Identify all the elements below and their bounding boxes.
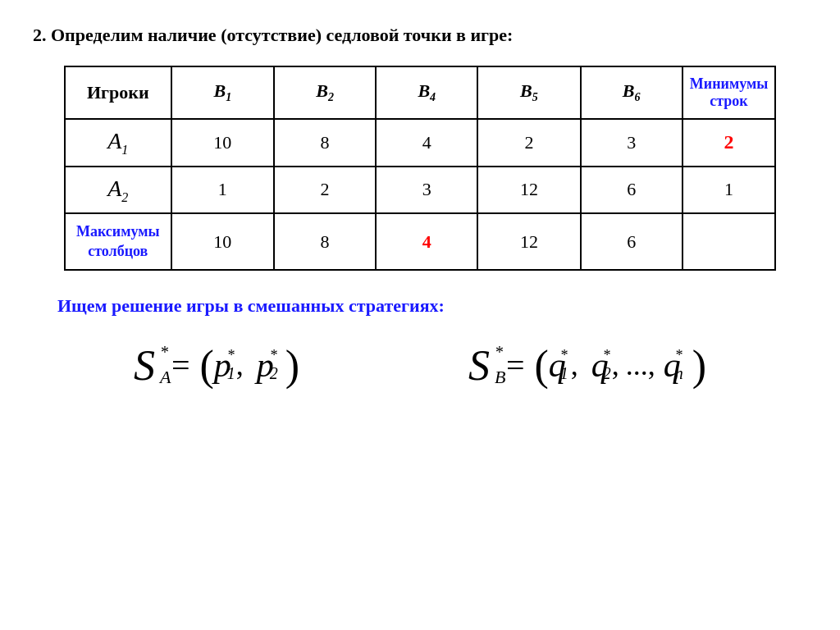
row-label-a2: A2 xyxy=(65,167,171,214)
cell-a1-min: 2 xyxy=(682,119,775,167)
col-header-b5: B5 xyxy=(477,66,580,119)
col-header-b4: B4 xyxy=(376,66,477,119)
cell-a2-min: 1 xyxy=(682,167,775,214)
row-label-a1: A1 xyxy=(65,119,171,167)
table-header-row: Игроки B1 B2 B4 B5 B6 Минимумы стро xyxy=(65,66,775,119)
col-header-b2: B2 xyxy=(274,66,376,119)
players-header: Игроки xyxy=(65,66,171,119)
table-row-max: Максимумы столбцов 10 8 4 12 6 xyxy=(65,213,775,270)
cell-a1-b2: 8 xyxy=(274,119,376,167)
max-b6: 6 xyxy=(581,213,682,270)
formulas-section: S A * = ( p * 1 , p * 2 ) S B * = ( q * … xyxy=(33,341,807,390)
formula-right: S B * = ( q * 1 , q * 2 , ..., q * n ) xyxy=(468,341,706,390)
table-row-a2: A2 1 2 3 12 6 1 xyxy=(65,167,775,214)
min-rows-header: Минимумы строк xyxy=(682,66,775,119)
formula-left: S A * = ( p * 1 , p * 2 ) xyxy=(134,341,299,390)
max-b5: 12 xyxy=(477,213,580,270)
cell-a2-b5: 12 xyxy=(477,167,580,214)
cell-a1-b6: 3 xyxy=(581,119,682,167)
game-table: Игроки B1 B2 B4 B5 B6 Минимумы стро xyxy=(64,66,776,271)
table-row-a1: A1 10 8 4 2 3 2 xyxy=(65,119,775,167)
max-empty xyxy=(682,213,775,270)
cell-a2-b2: 2 xyxy=(274,167,376,214)
title: 2. Определим наличие (отсутствие) седлов… xyxy=(33,25,807,46)
cell-a1-b1: 10 xyxy=(171,119,274,167)
max-col-label: Максимумы столбцов xyxy=(65,213,171,270)
max-b4: 4 xyxy=(376,213,477,270)
max-b2: 8 xyxy=(274,213,376,270)
cell-a2-b4: 3 xyxy=(376,167,477,214)
col-header-b6: B6 xyxy=(581,66,682,119)
max-b1: 10 xyxy=(171,213,274,270)
subtitle: Ищем решение игры в смешанных стратегиях… xyxy=(57,295,807,317)
cell-a2-b1: 1 xyxy=(171,167,274,214)
col-header-b1: B1 xyxy=(171,66,274,119)
cell-a1-b4: 4 xyxy=(376,119,477,167)
cell-a2-b6: 6 xyxy=(581,167,682,214)
cell-a1-b5: 2 xyxy=(477,119,580,167)
